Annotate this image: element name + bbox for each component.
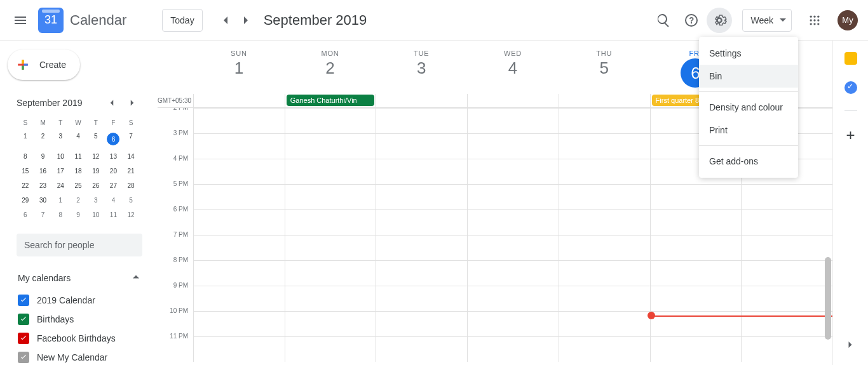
mini-day[interactable]: 24 bbox=[51, 178, 69, 193]
allday-cell[interactable] bbox=[559, 94, 650, 107]
time-cell[interactable] bbox=[467, 134, 559, 159]
menu-item[interactable]: Print bbox=[699, 119, 798, 142]
menu-item[interactable]: Settings bbox=[699, 42, 798, 65]
create-button[interactable]: Create bbox=[8, 50, 80, 80]
scrollbar[interactable] bbox=[825, 257, 831, 340]
menu-item[interactable]: Get add-ons bbox=[699, 150, 798, 173]
time-cell[interactable] bbox=[741, 185, 832, 209]
time-cell[interactable] bbox=[376, 185, 467, 209]
settings-button[interactable] bbox=[707, 8, 732, 33]
menu-item[interactable]: Bin bbox=[699, 65, 798, 88]
mini-day[interactable]: 30 bbox=[34, 193, 52, 208]
allday-cell[interactable]: Ganesh Chaturthi/Vin bbox=[285, 94, 376, 107]
time-cell[interactable] bbox=[559, 185, 650, 209]
view-selector[interactable]: Week bbox=[742, 9, 792, 32]
allday-cell[interactable] bbox=[467, 94, 559, 107]
next-week-button[interactable] bbox=[236, 10, 256, 30]
mini-day[interactable]: 11 bbox=[69, 149, 87, 164]
today-button[interactable]: Today bbox=[162, 9, 202, 32]
mini-day[interactable]: 25 bbox=[69, 178, 87, 193]
time-cell[interactable] bbox=[650, 286, 742, 311]
mini-day[interactable]: 28 bbox=[122, 178, 140, 193]
mini-day[interactable]: 5 bbox=[87, 129, 105, 149]
time-cell[interactable] bbox=[650, 210, 742, 235]
allday-cell[interactable] bbox=[376, 94, 467, 107]
time-cell[interactable] bbox=[376, 159, 467, 184]
time-cell[interactable] bbox=[285, 312, 376, 336]
mini-day[interactable]: 10 bbox=[51, 149, 69, 164]
time-cell[interactable] bbox=[193, 185, 285, 209]
search-people-input[interactable]: Search for people bbox=[17, 234, 142, 256]
mini-day[interactable]: 7 bbox=[34, 208, 52, 222]
mini-day[interactable]: 4 bbox=[105, 193, 123, 208]
time-cell[interactable] bbox=[376, 286, 467, 311]
time-cell[interactable] bbox=[285, 185, 376, 209]
time-cell[interactable] bbox=[467, 337, 559, 362]
time-cell[interactable] bbox=[376, 312, 467, 336]
time-cell[interactable] bbox=[467, 286, 559, 311]
time-cell[interactable] bbox=[467, 185, 559, 209]
mini-day[interactable]: 18 bbox=[69, 164, 87, 178]
time-cell[interactable] bbox=[741, 236, 832, 260]
mini-day[interactable]: 16 bbox=[34, 164, 52, 178]
mini-day[interactable]: 8 bbox=[17, 149, 34, 164]
time-cell[interactable] bbox=[193, 261, 285, 286]
time-cell[interactable] bbox=[193, 286, 285, 311]
time-cell[interactable] bbox=[193, 159, 285, 184]
mini-day[interactable]: 13 bbox=[105, 149, 123, 164]
time-cell[interactable] bbox=[559, 286, 650, 311]
time-cell[interactable] bbox=[285, 109, 376, 133]
time-cell[interactable] bbox=[193, 236, 285, 260]
time-cell[interactable] bbox=[559, 210, 650, 235]
tasks-icon[interactable] bbox=[844, 81, 857, 94]
time-cell[interactable] bbox=[285, 159, 376, 184]
mini-day[interactable]: 2 bbox=[34, 129, 52, 149]
time-cell[interactable] bbox=[741, 261, 832, 286]
calendar-checkbox[interactable] bbox=[18, 352, 29, 363]
time-cell[interactable] bbox=[193, 109, 285, 133]
main-menu-button[interactable] bbox=[5, 5, 36, 36]
mini-day[interactable]: 20 bbox=[105, 164, 123, 178]
time-cell[interactable] bbox=[741, 337, 832, 362]
day-header[interactable]: THU5 bbox=[559, 41, 650, 94]
mini-next-button[interactable] bbox=[125, 95, 140, 110]
time-cell[interactable] bbox=[467, 109, 559, 133]
mini-day[interactable]: 22 bbox=[17, 178, 34, 193]
calendar-item[interactable]: Facebook Birthdays bbox=[18, 329, 149, 348]
account-avatar[interactable]: My bbox=[837, 10, 858, 30]
mini-day[interactable]: 1 bbox=[51, 193, 69, 208]
time-cell[interactable] bbox=[376, 236, 467, 260]
time-cell[interactable] bbox=[650, 236, 742, 260]
day-header[interactable]: SUN1 bbox=[193, 41, 285, 94]
time-cell[interactable] bbox=[467, 210, 559, 235]
keep-icon[interactable] bbox=[844, 52, 857, 65]
mini-day[interactable]: 9 bbox=[69, 208, 87, 222]
time-cell[interactable] bbox=[559, 337, 650, 362]
time-cell[interactable] bbox=[285, 286, 376, 311]
day-header[interactable]: TUE3 bbox=[376, 41, 467, 94]
mini-day[interactable]: 6 bbox=[105, 129, 123, 149]
mini-day[interactable]: 10 bbox=[87, 208, 105, 222]
time-cell[interactable] bbox=[376, 109, 467, 133]
mini-day[interactable]: 8 bbox=[51, 208, 69, 222]
google-apps-button[interactable] bbox=[802, 8, 827, 33]
help-button[interactable] bbox=[679, 8, 704, 33]
mini-day[interactable]: 14 bbox=[122, 149, 140, 164]
mini-day[interactable]: 3 bbox=[51, 129, 69, 149]
mini-day[interactable]: 15 bbox=[17, 164, 34, 178]
mini-prev-button[interactable] bbox=[104, 95, 119, 110]
show-side-panel-button[interactable] bbox=[839, 333, 862, 356]
calendar-item[interactable]: 2019 Calendar bbox=[18, 291, 149, 310]
mini-day[interactable]: 4 bbox=[69, 129, 87, 149]
mini-day[interactable]: 12 bbox=[122, 208, 140, 222]
prev-week-button[interactable] bbox=[215, 10, 236, 30]
time-cell[interactable] bbox=[467, 261, 559, 286]
logo[interactable]: 31 Calendar bbox=[38, 8, 126, 33]
mini-day[interactable]: 19 bbox=[87, 164, 105, 178]
time-cell[interactable] bbox=[193, 312, 285, 336]
time-cell[interactable] bbox=[559, 312, 650, 336]
calendar-checkbox[interactable] bbox=[18, 295, 29, 306]
calendar-item[interactable]: New My Calendar bbox=[18, 348, 149, 365]
time-cell[interactable] bbox=[559, 134, 650, 159]
time-cell[interactable] bbox=[650, 337, 742, 362]
